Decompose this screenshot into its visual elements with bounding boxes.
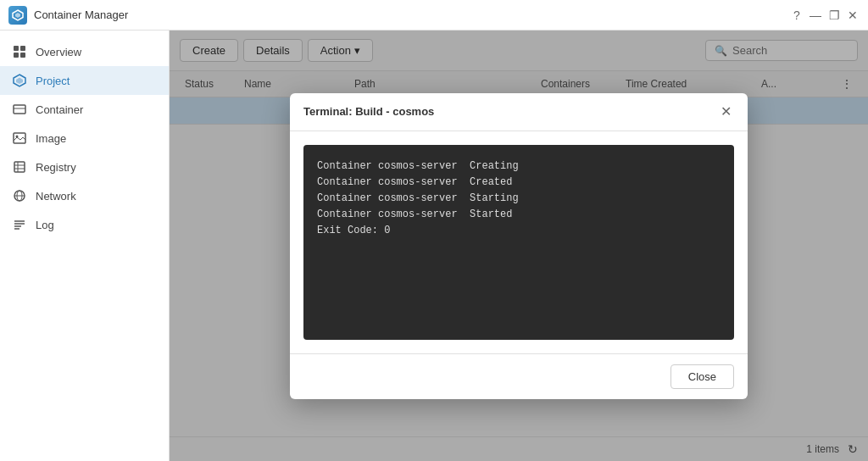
- modal-footer: Close: [290, 353, 748, 399]
- svg-rect-4: [14, 53, 19, 58]
- project-icon: [12, 73, 27, 88]
- svg-rect-2: [14, 46, 19, 51]
- close-modal-button[interactable]: Close: [670, 364, 734, 389]
- window-controls: ? — ❐ ✕: [790, 8, 860, 22]
- sidebar-item-project[interactable]: Project: [0, 66, 169, 95]
- terminal-output: Container cosmos-server Creating Contain…: [303, 145, 734, 340]
- sidebar-item-log[interactable]: Log: [0, 210, 169, 239]
- modal-title: Terminal: Build - cosmos: [303, 105, 434, 118]
- modal-body: Container cosmos-server Creating Contain…: [290, 131, 748, 353]
- terminal-line-4: Exit Code: 0: [317, 223, 721, 239]
- close-button[interactable]: ✕: [846, 8, 860, 22]
- container-icon: [12, 102, 27, 117]
- main-layout: Overview Project Container: [0, 31, 868, 461]
- modal-header: Terminal: Build - cosmos ✕: [290, 93, 748, 131]
- sidebar-item-image[interactable]: Image: [0, 124, 169, 153]
- terminal-line-2: Container cosmos-server Starting: [317, 191, 721, 207]
- sidebar-label-network: Network: [36, 190, 76, 203]
- svg-marker-7: [16, 78, 23, 85]
- terminal-line-1: Container cosmos-server Created: [317, 175, 721, 191]
- log-icon: [12, 217, 27, 232]
- terminal-modal: Terminal: Build - cosmos ✕ Container cos…: [290, 93, 748, 399]
- svg-rect-8: [14, 105, 25, 114]
- maximize-button[interactable]: ❐: [827, 8, 841, 22]
- svg-rect-12: [14, 162, 25, 172]
- sidebar-item-container[interactable]: Container: [0, 95, 169, 124]
- image-icon: [12, 131, 27, 146]
- sidebar-label-project: Project: [36, 75, 70, 87]
- sidebar-label-image: Image: [36, 132, 66, 145]
- svg-rect-3: [20, 46, 25, 51]
- titlebar: Container Manager ? — ❐ ✕: [0, 0, 868, 31]
- minimize-button[interactable]: —: [809, 8, 822, 22]
- help-button[interactable]: ?: [790, 8, 804, 22]
- sidebar-label-container: Container: [36, 103, 83, 116]
- sidebar-item-overview[interactable]: Overview: [0, 37, 169, 66]
- modal-close-button[interactable]: ✕: [717, 103, 734, 120]
- terminal-line-3: Container cosmos-server Started: [317, 207, 721, 223]
- terminal-line-0: Container cosmos-server Creating: [317, 158, 721, 175]
- sidebar-label-registry: Registry: [36, 161, 76, 174]
- modal-overlay: Terminal: Build - cosmos ✕ Container cos…: [170, 31, 868, 461]
- svg-rect-5: [20, 53, 25, 58]
- sidebar-item-network[interactable]: Network: [0, 181, 169, 210]
- sidebar-label-log: Log: [36, 219, 54, 231]
- sidebar-label-overview: Overview: [36, 46, 81, 58]
- registry-icon: [12, 159, 27, 175]
- svg-marker-1: [15, 13, 20, 18]
- network-icon: [12, 188, 27, 203]
- grid-icon: [12, 44, 27, 59]
- app-icon: [8, 6, 27, 25]
- content-area: Create Details Action ▾ 🔍 Status Name Pa…: [170, 31, 868, 461]
- sidebar: Overview Project Container: [0, 31, 170, 461]
- app-title: Container Manager: [34, 8, 790, 21]
- sidebar-item-registry[interactable]: Registry: [0, 153, 169, 181]
